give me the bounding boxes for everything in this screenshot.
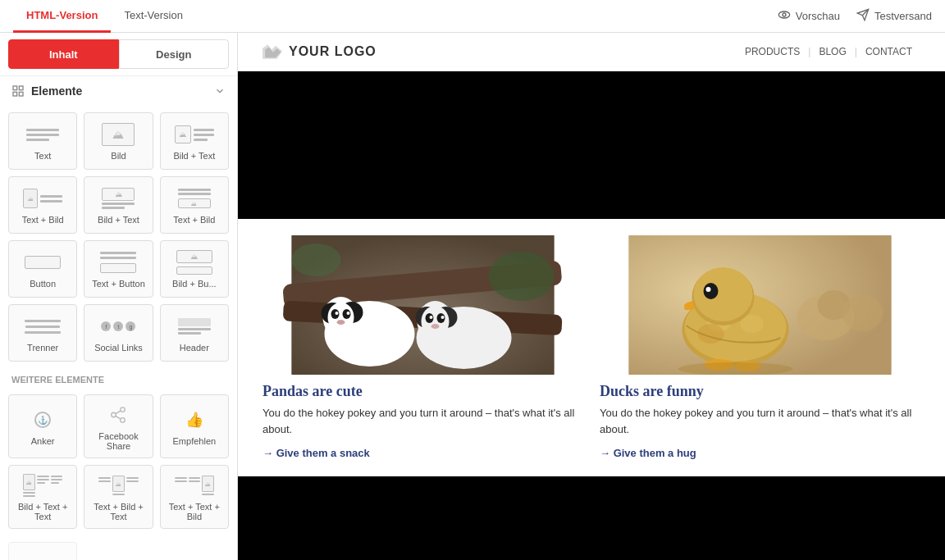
svg-point-0 [778, 11, 789, 18]
pandas-title: Pandas are cute [262, 383, 583, 400]
svg-point-23 [328, 303, 354, 332]
bild-bu-icon: ⛰ [190, 253, 198, 261]
svg-point-1 [783, 13, 786, 16]
element-anker-label: Anker [31, 436, 55, 446]
svg-point-53 [704, 283, 719, 299]
inhalt-toggle[interactable]: Inhalt [8, 39, 119, 69]
svg-line-12 [116, 411, 121, 414]
vorschau-action[interactable]: Vorschau [778, 8, 840, 24]
bild-text2-icon: ⛰ [115, 190, 122, 198]
element-text-text-bild-label: Text + Text + Bild [164, 502, 225, 521]
content-card-ducks: Ducks are funny You do the hokey pokey a… [600, 235, 920, 460]
pandas-link[interactable]: Give them a snack [262, 447, 370, 459]
vorschau-label: Vorschau [796, 10, 840, 22]
share-icon [109, 406, 127, 424]
element-bild-text2-label: Bild + Text [98, 215, 139, 225]
thumbsup-icon: 👍 [185, 411, 203, 429]
tab-text[interactable]: Text-Version [111, 0, 196, 33]
testversand-label: Testversand [874, 10, 932, 22]
email-footer-black [238, 476, 945, 542]
top-bar-actions: Vorschau Testversand [778, 8, 932, 24]
svg-rect-5 [19, 86, 23, 90]
email-preview: YOUR LOGO PRODUCTS | BLOG | CONTACT [238, 33, 945, 560]
element-text-bild-text-label: Text + Bild + Text [88, 502, 148, 521]
element-header[interactable]: Header [160, 304, 229, 362]
sidebar-toggle: Inhalt Design [0, 33, 237, 76]
elements-grid: Text ⛰ Bild ⛰ [0, 106, 237, 368]
panda-image [262, 235, 583, 375]
element-text[interactable]: Text [8, 112, 77, 170]
anker-icon: ⚓ [34, 412, 51, 428]
element-text-bild-label: Text + Bild [22, 215, 64, 225]
text-bild-icon: ⛰ [28, 196, 34, 202]
design-toggle[interactable]: Design [119, 39, 230, 69]
send-icon [856, 8, 870, 24]
element-trenner[interactable]: Trenner [8, 304, 77, 362]
svg-point-52 [694, 267, 753, 321]
element-text-bild-text[interactable]: ⛰ Text + Bild + Text [84, 465, 153, 529]
element-bild-text2[interactable]: ⛰ Bild + Text [84, 176, 153, 234]
social-fb-icon: f [101, 321, 111, 331]
social-tw-icon: t [113, 321, 123, 331]
grid-icon [11, 84, 25, 98]
nav-products[interactable]: PRODUCTS [737, 46, 808, 57]
svg-point-45 [842, 295, 883, 331]
element-text-bild[interactable]: ⛰ Text + Bild [8, 176, 77, 234]
ducks-title: Ducks are funny [600, 383, 920, 400]
nav-contact[interactable]: CONTACT [857, 46, 920, 57]
tbt-img-icon: ⛰ [113, 476, 124, 491]
social-g-icon: g [126, 321, 135, 331]
email-header: YOUR LOGO PRODUCTS | BLOG | CONTACT [238, 33, 945, 71]
element-button[interactable]: Button [8, 240, 77, 298]
element-text-bild2[interactable]: ⛰ Text + Bild [160, 176, 229, 234]
testversand-action[interactable]: Testversand [856, 8, 932, 24]
element-bild-bu[interactable]: ⛰ Bild + Bu... [160, 240, 229, 298]
element-bild-text-label: Bild + Text [173, 151, 215, 161]
element-empfehlen[interactable]: 👍 Empfehlen [160, 394, 229, 458]
element-tex-text[interactable]: Tex + Text + [8, 542, 77, 560]
element-bild[interactable]: ⛰ Bild [84, 112, 153, 170]
element-bild-text-text-label: Bild + Text + Text [12, 502, 73, 521]
email-logo: YOUR LOGO [262, 44, 377, 59]
btt-img-icon: ⛰ [24, 475, 34, 489]
logo-icon [262, 44, 282, 59]
element-bild-text-text[interactable]: ⛰ Bild + Text + Text [8, 465, 77, 529]
svg-point-39 [489, 252, 555, 301]
element-bild-text[interactable]: ⛰ Bild + Text [160, 112, 229, 170]
svg-point-36 [430, 316, 433, 319]
img-text-icon: ⛰ [179, 130, 186, 139]
main-layout: Inhalt Design Elemente [0, 33, 945, 560]
element-text-button[interactable]: Text + Button [84, 240, 153, 298]
element-text-bild2-label: Text + Bild [173, 215, 215, 225]
sidebar: Inhalt Design Elemente [0, 33, 238, 560]
element-bild-bu-label: Bild + Bu... [172, 279, 217, 289]
weitere-elemente-header: WEITERE ELEMENTE [0, 368, 237, 388]
element-social-links[interactable]: f t g Social Links [84, 304, 153, 362]
ducks-link[interactable]: Give them a hug [600, 447, 696, 459]
image-placeholder-icon: ⛰ [112, 128, 124, 141]
email-nav: PRODUCTS | BLOG | CONTACT [737, 46, 920, 57]
eye-icon [778, 8, 791, 24]
element-bild-label: Bild [111, 151, 126, 161]
element-anker[interactable]: ⚓ Anker [8, 394, 77, 458]
logo-text: YOUR LOGO [289, 44, 377, 59]
elemente-label: Elemente [31, 84, 82, 98]
svg-point-10 [121, 418, 126, 423]
element-empfehlen-label: Empfehlen [173, 436, 217, 446]
duck-image [600, 235, 920, 375]
bottom-elements-grid: Tex + Text + [0, 535, 237, 560]
svg-point-37 [441, 316, 445, 319]
svg-point-40 [292, 244, 341, 276]
pandas-text: You do the hokey pokey and you turn it a… [262, 405, 583, 437]
nav-blog[interactable]: BLOG [810, 46, 854, 57]
element-facebook-share[interactable]: Facebook Share [84, 394, 153, 458]
svg-point-8 [121, 407, 126, 412]
element-text-text-bild[interactable]: ⛰ Text + Text + Bild [160, 465, 229, 529]
svg-point-27 [347, 312, 350, 315]
email-content: Pandas are cute You do the hokey pokey a… [238, 219, 945, 476]
tab-html[interactable]: HTML-Version [13, 0, 111, 33]
elemente-section-header[interactable]: Elemente [0, 76, 237, 106]
element-trenner-label: Trenner [27, 343, 58, 353]
preview-area: YOUR LOGO PRODUCTS | BLOG | CONTACT [238, 33, 945, 560]
svg-rect-6 [13, 92, 17, 96]
